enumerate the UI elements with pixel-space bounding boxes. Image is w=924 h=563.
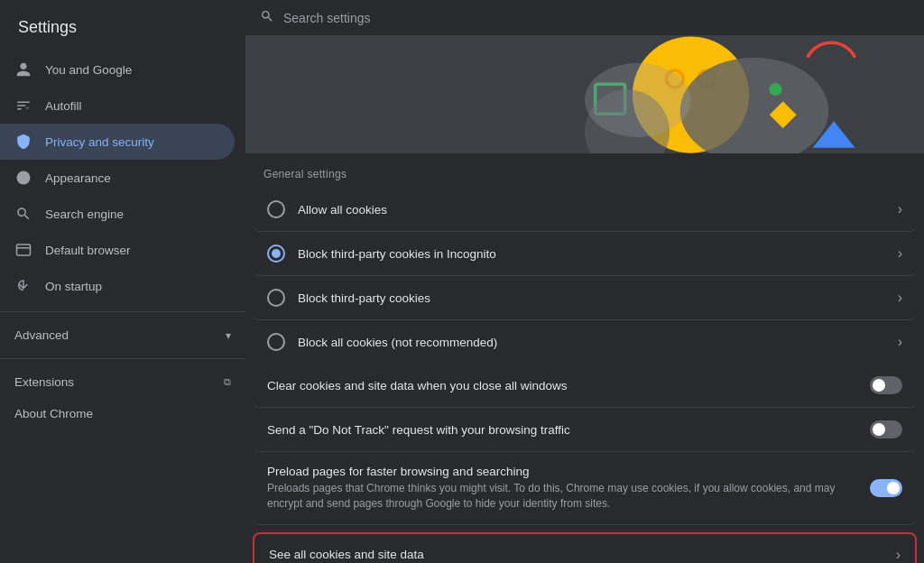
cookie-options-list: Allow all cookies › Block third-party co… bbox=[245, 188, 924, 364]
cookie-option-label-block-all: Block all cookies (not recommended) bbox=[298, 336, 885, 349]
appearance-icon bbox=[14, 169, 32, 187]
sidebar-item-appearance[interactable]: Appearance bbox=[0, 160, 235, 196]
radio-block-all[interactable] bbox=[267, 333, 285, 351]
search-input[interactable] bbox=[283, 11, 910, 25]
sidebar-item-you-and-google[interactable]: You and Google bbox=[0, 51, 235, 88]
sidebar-item-privacy-security[interactable]: Privacy and security bbox=[0, 124, 235, 160]
toggle-clear-cookies-switch[interactable] bbox=[870, 376, 902, 394]
sidebar-item-on-startup[interactable]: On startup bbox=[0, 268, 235, 304]
sidebar-item-label-browser: Default browser bbox=[45, 244, 131, 257]
radio-allow-all[interactable] bbox=[267, 200, 285, 218]
toggle-knob bbox=[873, 379, 885, 392]
search-icon bbox=[14, 205, 32, 223]
shield-icon bbox=[14, 133, 32, 151]
main-content: General settings Allow all cookies › Blo… bbox=[245, 0, 924, 563]
advanced-label: Advanced bbox=[14, 328, 220, 342]
cookie-option-label-third-party: Block third-party cookies bbox=[298, 291, 885, 305]
sidebar-divider bbox=[0, 311, 245, 312]
toggle-preload-switch[interactable] bbox=[870, 479, 902, 497]
cookie-option-block-incognito[interactable]: Block third-party cookies in Incognito › bbox=[253, 232, 917, 276]
sidebar-divider-2 bbox=[0, 358, 245, 359]
cookie-option-block-all[interactable]: Block all cookies (not recommended) › bbox=[253, 320, 917, 364]
chevron-right-icon-1: › bbox=[898, 245, 902, 262]
search-bar-icon bbox=[260, 9, 274, 26]
cookie-option-allow-all[interactable]: Allow all cookies › bbox=[253, 188, 917, 232]
sidebar-advanced-section[interactable]: Advanced ▾ bbox=[0, 319, 245, 351]
toggle-preload-title: Preload pages for faster browsing and se… bbox=[267, 465, 857, 478]
section-label: General settings bbox=[245, 153, 924, 188]
toggle-clear-cookies-content: Clear cookies and site data when you clo… bbox=[267, 379, 857, 392]
startup-icon bbox=[14, 277, 32, 295]
sidebar-item-label-appearance: Appearance bbox=[45, 171, 111, 185]
sidebar-item-autofill[interactable]: Autofill bbox=[0, 88, 235, 124]
sidebar-item-label-search: Search engine bbox=[45, 208, 124, 221]
toggle-do-not-track-title: Send a "Do Not Track" request with your … bbox=[267, 423, 857, 437]
autofill-icon bbox=[14, 97, 32, 115]
sidebar-item-default-browser[interactable]: Default browser bbox=[0, 232, 235, 268]
cookie-option-label-incognito: Block third-party cookies in Incognito bbox=[298, 247, 885, 261]
banner-image bbox=[245, 36, 924, 153]
content-area: General settings Allow all cookies › Blo… bbox=[245, 36, 924, 563]
see-all-cookies-chevron: › bbox=[896, 547, 901, 563]
chevron-right-icon-2: › bbox=[898, 290, 902, 306]
about-chrome-label: About Chrome bbox=[14, 407, 93, 420]
toggle-rows-list: Clear cookies and site data when you clo… bbox=[245, 364, 924, 525]
toggle-knob-preload bbox=[887, 482, 900, 494]
person-icon bbox=[14, 60, 32, 78]
sidebar-item-search-engine[interactable]: Search engine bbox=[0, 196, 235, 232]
sidebar-item-label-privacy: Privacy and security bbox=[45, 135, 154, 149]
toggle-do-not-track[interactable]: Send a "Do Not Track" request with your … bbox=[253, 408, 917, 452]
sidebar-item-label-startup: On startup bbox=[45, 280, 102, 293]
sidebar: Settings You and Google Autofill Privacy… bbox=[0, 0, 245, 563]
see-all-cookies-row[interactable]: See all cookies and site data › bbox=[253, 532, 917, 563]
cookie-option-block-third-party[interactable]: Block third-party cookies › bbox=[253, 276, 917, 320]
sidebar-item-label-autofill: Autofill bbox=[45, 99, 82, 113]
toggle-preload[interactable]: Preload pages for faster browsing and se… bbox=[253, 452, 917, 525]
sidebar-item-label-you-and-google: You and Google bbox=[45, 63, 132, 77]
svg-point-8 bbox=[769, 83, 781, 96]
toggle-clear-cookies[interactable]: Clear cookies and site data when you clo… bbox=[253, 364, 917, 408]
toggle-clear-cookies-title: Clear cookies and site data when you clo… bbox=[267, 379, 857, 392]
radio-block-incognito[interactable] bbox=[267, 245, 285, 263]
toggle-do-not-track-switch[interactable] bbox=[870, 420, 902, 438]
svg-point-13 bbox=[585, 63, 691, 137]
radio-block-third[interactable] bbox=[267, 289, 285, 307]
chevron-right-icon-0: › bbox=[898, 201, 902, 217]
chevron-down-icon: ▾ bbox=[226, 329, 231, 342]
browser-icon bbox=[14, 241, 32, 259]
sidebar-item-about-chrome[interactable]: About Chrome bbox=[0, 398, 245, 429]
extensions-label: Extensions bbox=[14, 375, 211, 389]
svg-point-0 bbox=[17, 171, 31, 185]
toggle-preload-content: Preload pages for faster browsing and se… bbox=[267, 465, 857, 512]
svg-rect-1 bbox=[17, 245, 31, 255]
settings-title: Settings bbox=[0, 7, 245, 51]
radio-inner-selected bbox=[272, 249, 281, 258]
toggle-do-not-track-content: Send a "Do Not Track" request with your … bbox=[267, 423, 857, 437]
chevron-right-icon-3: › bbox=[898, 334, 902, 350]
search-bar bbox=[245, 0, 924, 36]
toggle-knob-dnt bbox=[873, 423, 885, 436]
sidebar-item-extensions[interactable]: Extensions ⧉ bbox=[0, 366, 245, 398]
toggle-preload-subtitle: Preloads pages that Chrome thinks you mi… bbox=[267, 481, 857, 512]
cookie-option-label-allow-all: Allow all cookies bbox=[298, 203, 885, 217]
see-all-cookies-label: See all cookies and site data bbox=[269, 548, 887, 561]
external-link-icon: ⧉ bbox=[224, 376, 231, 388]
